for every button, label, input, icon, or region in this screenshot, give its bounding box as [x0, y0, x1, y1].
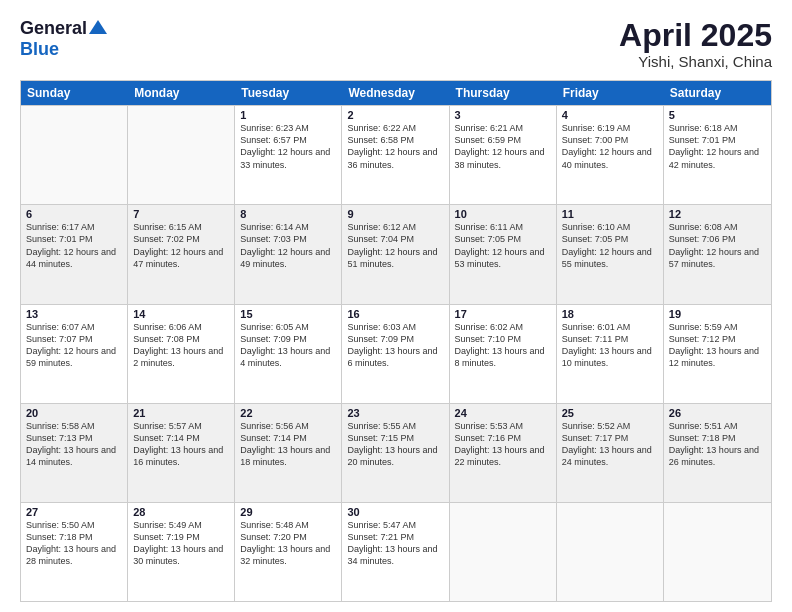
calendar-cell: 12Sunrise: 6:08 AM Sunset: 7:06 PM Dayli… [664, 205, 771, 303]
calendar-week-row: 13Sunrise: 6:07 AM Sunset: 7:07 PM Dayli… [21, 304, 771, 403]
cell-info: Sunrise: 6:15 AM Sunset: 7:02 PM Dayligh… [133, 221, 229, 270]
calendar-cell: 4Sunrise: 6:19 AM Sunset: 7:00 PM Daylig… [557, 106, 664, 204]
cell-info: Sunrise: 6:08 AM Sunset: 7:06 PM Dayligh… [669, 221, 766, 270]
cell-info: Sunrise: 6:11 AM Sunset: 7:05 PM Dayligh… [455, 221, 551, 270]
cell-info: Sunrise: 5:53 AM Sunset: 7:16 PM Dayligh… [455, 420, 551, 469]
calendar-week-row: 27Sunrise: 5:50 AM Sunset: 7:18 PM Dayli… [21, 502, 771, 601]
cell-info: Sunrise: 6:12 AM Sunset: 7:04 PM Dayligh… [347, 221, 443, 270]
location: Yishi, Shanxi, China [619, 53, 772, 70]
cell-info: Sunrise: 6:22 AM Sunset: 6:58 PM Dayligh… [347, 122, 443, 171]
day-number: 23 [347, 407, 443, 419]
day-number: 1 [240, 109, 336, 121]
logo-blue-text: Blue [20, 39, 59, 60]
calendar-cell: 6Sunrise: 6:17 AM Sunset: 7:01 PM Daylig… [21, 205, 128, 303]
cell-info: Sunrise: 5:58 AM Sunset: 7:13 PM Dayligh… [26, 420, 122, 469]
day-number: 26 [669, 407, 766, 419]
calendar-cell: 15Sunrise: 6:05 AM Sunset: 7:09 PM Dayli… [235, 305, 342, 403]
calendar-week-row: 20Sunrise: 5:58 AM Sunset: 7:13 PM Dayli… [21, 403, 771, 502]
calendar-cell: 9Sunrise: 6:12 AM Sunset: 7:04 PM Daylig… [342, 205, 449, 303]
calendar-cell: 30Sunrise: 5:47 AM Sunset: 7:21 PM Dayli… [342, 503, 449, 601]
cell-info: Sunrise: 5:50 AM Sunset: 7:18 PM Dayligh… [26, 519, 122, 568]
day-number: 14 [133, 308, 229, 320]
calendar-cell: 1Sunrise: 6:23 AM Sunset: 6:57 PM Daylig… [235, 106, 342, 204]
calendar-cell: 5Sunrise: 6:18 AM Sunset: 7:01 PM Daylig… [664, 106, 771, 204]
day-number: 3 [455, 109, 551, 121]
cell-info: Sunrise: 6:21 AM Sunset: 6:59 PM Dayligh… [455, 122, 551, 171]
calendar-body: 1Sunrise: 6:23 AM Sunset: 6:57 PM Daylig… [21, 105, 771, 601]
cell-info: Sunrise: 6:19 AM Sunset: 7:00 PM Dayligh… [562, 122, 658, 171]
day-number: 18 [562, 308, 658, 320]
title-block: April 2025 Yishi, Shanxi, China [619, 18, 772, 70]
calendar-cell: 2Sunrise: 6:22 AM Sunset: 6:58 PM Daylig… [342, 106, 449, 204]
day-number: 9 [347, 208, 443, 220]
day-number: 8 [240, 208, 336, 220]
day-number: 12 [669, 208, 766, 220]
header-tuesday: Tuesday [235, 81, 342, 105]
cell-info: Sunrise: 6:17 AM Sunset: 7:01 PM Dayligh… [26, 221, 122, 270]
cell-info: Sunrise: 5:48 AM Sunset: 7:20 PM Dayligh… [240, 519, 336, 568]
calendar-cell: 27Sunrise: 5:50 AM Sunset: 7:18 PM Dayli… [21, 503, 128, 601]
calendar-cell: 29Sunrise: 5:48 AM Sunset: 7:20 PM Dayli… [235, 503, 342, 601]
calendar-cell-empty [128, 106, 235, 204]
day-number: 20 [26, 407, 122, 419]
day-number: 11 [562, 208, 658, 220]
day-number: 2 [347, 109, 443, 121]
svg-marker-0 [89, 20, 107, 34]
calendar-cell: 19Sunrise: 5:59 AM Sunset: 7:12 PM Dayli… [664, 305, 771, 403]
day-number: 21 [133, 407, 229, 419]
day-number: 30 [347, 506, 443, 518]
header-saturday: Saturday [664, 81, 771, 105]
logo-text: General [20, 18, 107, 39]
cell-info: Sunrise: 6:05 AM Sunset: 7:09 PM Dayligh… [240, 321, 336, 370]
calendar-cell: 14Sunrise: 6:06 AM Sunset: 7:08 PM Dayli… [128, 305, 235, 403]
cell-info: Sunrise: 5:57 AM Sunset: 7:14 PM Dayligh… [133, 420, 229, 469]
day-number: 10 [455, 208, 551, 220]
day-number: 7 [133, 208, 229, 220]
header-sunday: Sunday [21, 81, 128, 105]
day-number: 25 [562, 407, 658, 419]
cell-info: Sunrise: 6:14 AM Sunset: 7:03 PM Dayligh… [240, 221, 336, 270]
header: General Blue April 2025 Yishi, Shanxi, C… [20, 18, 772, 70]
header-thursday: Thursday [450, 81, 557, 105]
cell-info: Sunrise: 6:07 AM Sunset: 7:07 PM Dayligh… [26, 321, 122, 370]
day-number: 5 [669, 109, 766, 121]
calendar-header: Sunday Monday Tuesday Wednesday Thursday… [21, 81, 771, 105]
cell-info: Sunrise: 6:18 AM Sunset: 7:01 PM Dayligh… [669, 122, 766, 171]
calendar-cell: 8Sunrise: 6:14 AM Sunset: 7:03 PM Daylig… [235, 205, 342, 303]
header-friday: Friday [557, 81, 664, 105]
calendar-cell-empty [664, 503, 771, 601]
calendar-cell-empty [557, 503, 664, 601]
day-number: 17 [455, 308, 551, 320]
logo-blue: Blue [20, 39, 59, 59]
cell-info: Sunrise: 6:23 AM Sunset: 6:57 PM Dayligh… [240, 122, 336, 171]
calendar-cell: 10Sunrise: 6:11 AM Sunset: 7:05 PM Dayli… [450, 205, 557, 303]
calendar-cell: 22Sunrise: 5:56 AM Sunset: 7:14 PM Dayli… [235, 404, 342, 502]
logo: General Blue [20, 18, 107, 60]
calendar-cell: 13Sunrise: 6:07 AM Sunset: 7:07 PM Dayli… [21, 305, 128, 403]
cell-info: Sunrise: 5:52 AM Sunset: 7:17 PM Dayligh… [562, 420, 658, 469]
cell-info: Sunrise: 6:01 AM Sunset: 7:11 PM Dayligh… [562, 321, 658, 370]
cell-info: Sunrise: 6:03 AM Sunset: 7:09 PM Dayligh… [347, 321, 443, 370]
cell-info: Sunrise: 6:02 AM Sunset: 7:10 PM Dayligh… [455, 321, 551, 370]
calendar-cell-empty [450, 503, 557, 601]
day-number: 6 [26, 208, 122, 220]
calendar-cell: 7Sunrise: 6:15 AM Sunset: 7:02 PM Daylig… [128, 205, 235, 303]
cell-info: Sunrise: 5:51 AM Sunset: 7:18 PM Dayligh… [669, 420, 766, 469]
cell-info: Sunrise: 5:56 AM Sunset: 7:14 PM Dayligh… [240, 420, 336, 469]
logo-general: General [20, 18, 87, 39]
cell-info: Sunrise: 5:47 AM Sunset: 7:21 PM Dayligh… [347, 519, 443, 568]
calendar: Sunday Monday Tuesday Wednesday Thursday… [20, 80, 772, 602]
calendar-cell: 28Sunrise: 5:49 AM Sunset: 7:19 PM Dayli… [128, 503, 235, 601]
calendar-cell: 11Sunrise: 6:10 AM Sunset: 7:05 PM Dayli… [557, 205, 664, 303]
calendar-cell: 3Sunrise: 6:21 AM Sunset: 6:59 PM Daylig… [450, 106, 557, 204]
day-number: 15 [240, 308, 336, 320]
calendar-cell: 17Sunrise: 6:02 AM Sunset: 7:10 PM Dayli… [450, 305, 557, 403]
logo-triangle-icon [89, 20, 107, 34]
day-number: 19 [669, 308, 766, 320]
calendar-week-row: 6Sunrise: 6:17 AM Sunset: 7:01 PM Daylig… [21, 204, 771, 303]
page: General Blue April 2025 Yishi, Shanxi, C… [0, 0, 792, 612]
calendar-cell: 18Sunrise: 6:01 AM Sunset: 7:11 PM Dayli… [557, 305, 664, 403]
calendar-cell: 23Sunrise: 5:55 AM Sunset: 7:15 PM Dayli… [342, 404, 449, 502]
day-number: 13 [26, 308, 122, 320]
calendar-cell: 20Sunrise: 5:58 AM Sunset: 7:13 PM Dayli… [21, 404, 128, 502]
